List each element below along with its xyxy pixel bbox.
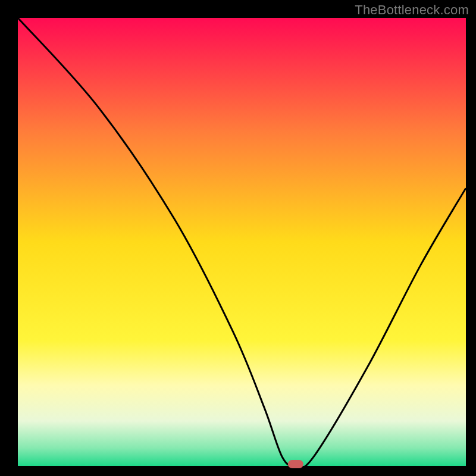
watermark-text: TheBottleneck.com (355, 2, 469, 18)
optimal-marker (288, 460, 303, 468)
gradient-background (18, 18, 466, 466)
bottleneck-chart (0, 0, 476, 476)
chart-frame: TheBottleneck.com (0, 0, 476, 476)
